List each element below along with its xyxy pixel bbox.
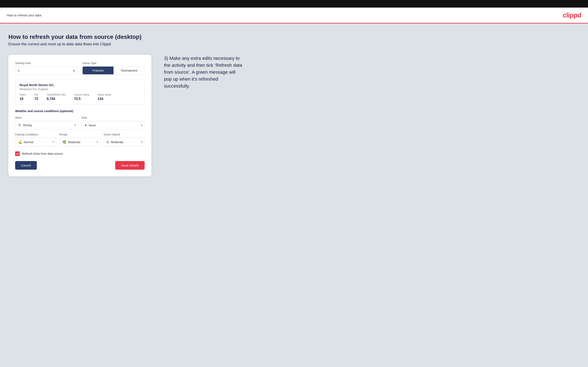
par-stat: Par 72 — [35, 93, 38, 101]
green-speed-dropdown[interactable]: ⊙ Moderate ▾ — [104, 138, 145, 146]
button-row: Cancel Save Details — [15, 161, 145, 170]
game-type-label: Game Type — [82, 61, 145, 65]
refresh-checkbox[interactable] — [15, 151, 20, 156]
wind-group: Wind 🌬 Strong ▾ — [15, 116, 78, 130]
conditions-grid-bottom: Fairway Conditions ⛳ Normal ▾ Rough 🌿 Mo… — [15, 133, 145, 146]
par-value: 72 — [35, 97, 38, 101]
instruction-text: 3) Make any extra edits necessary to the… — [164, 55, 244, 89]
yards-label: Yards/White (M)) — [47, 93, 66, 96]
wind-icon: 🌬 — [18, 123, 21, 127]
wind-dropdown[interactable]: 🌬 Strong ▾ — [15, 121, 78, 129]
fairway-icon: ⛳ — [18, 140, 22, 144]
green-speed-group: Green Speed ⊙ Moderate ▾ — [104, 133, 145, 146]
rough-label: Rough — [60, 133, 101, 136]
main-content: How to refresh your data from source (de… — [0, 24, 588, 367]
rain-label: Rain — [82, 116, 145, 119]
slope-rating-stat: Slope rating 134 — [97, 93, 111, 101]
holes-value: 18 — [19, 97, 26, 101]
wind-chevron: ▾ — [75, 124, 76, 127]
course-name: Royal North Devon GC, — [19, 83, 140, 87]
fairway-group: Fairway Conditions ⛳ Normal ▾ — [15, 133, 56, 146]
rain-chevron: ▾ — [141, 124, 142, 127]
starting-hole-wrapper: 1 ▾ — [15, 66, 77, 75]
green-speed-label: Green Speed — [104, 133, 145, 136]
page-subheading: Ensure the correct and most up to date d… — [9, 42, 579, 46]
holes-stat: Holes 18 — [19, 93, 26, 101]
green-speed-value: Moderate — [111, 141, 137, 144]
starting-hole-label: Starting Hole — [15, 61, 77, 65]
fairway-chevron: ▾ — [52, 141, 54, 144]
top-bar — [0, 0, 588, 8]
form-card: Starting Hole 1 ▾ Game Type Practice Tou… — [9, 55, 151, 176]
par-label: Par — [35, 93, 38, 96]
starting-hole-row: Starting Hole 1 ▾ Game Type Practice Tou… — [15, 61, 145, 75]
fairway-dropdown[interactable]: ⛳ Normal ▾ — [15, 138, 56, 146]
cancel-button[interactable]: Cancel — [15, 161, 37, 170]
course-rating-stat: Course rating 72.5 — [74, 93, 89, 101]
starting-hole-select[interactable]: 1 — [15, 66, 77, 75]
green-speed-icon: ⊙ — [106, 140, 109, 144]
conditions-title: Weather and course conditions (optional) — [15, 109, 145, 113]
rain-value: None — [89, 124, 137, 127]
wind-value: Strong — [23, 124, 70, 127]
instruction-paragraph: 3) Make any extra edits necessary to the… — [164, 55, 244, 89]
conditions-grid-top: Wind 🌬 Strong ▾ Rain ✦ None ▾ — [15, 116, 145, 130]
rough-chevron: ▾ — [97, 141, 98, 144]
practice-button[interactable]: Practice — [83, 67, 113, 74]
fairway-label: Fairway Conditions — [15, 133, 56, 136]
refresh-checkbox-row: Refresh shots from data source — [15, 151, 145, 156]
course-rating-label: Course rating — [74, 93, 89, 96]
header-title: How to refresh your data — [7, 13, 41, 17]
course-stats: Holes 18 Par 72 Yards/White (M)) 6,744 C… — [19, 93, 140, 101]
rough-icon: 🌿 — [62, 140, 66, 144]
course-info-box: Royal North Devon GC, Westward Hol, Engl… — [15, 80, 145, 104]
game-type-group: Game Type Practice Tournament — [82, 61, 145, 75]
course-location: Westward Hol, England — [19, 88, 140, 91]
refresh-label: Refresh shots from data source — [22, 152, 63, 155]
yards-value: 6,744 — [47, 97, 66, 101]
header: How to refresh your data clippd — [0, 8, 588, 24]
course-rating-value: 72.5 — [74, 97, 89, 101]
rain-icon: ✦ — [84, 123, 87, 127]
save-button[interactable]: Save Details — [115, 161, 145, 170]
holes-label: Holes — [19, 93, 26, 96]
content-area: Starting Hole 1 ▾ Game Type Practice Tou… — [9, 55, 579, 176]
yards-stat: Yards/White (M)) 6,744 — [47, 93, 66, 101]
rain-group: Rain ✦ None ▾ — [82, 116, 145, 130]
tournament-button[interactable]: Tournament — [113, 67, 144, 74]
rough-group: Rough 🌿 Moderate ▾ — [60, 133, 101, 146]
logo: clippd — [563, 11, 581, 19]
starting-hole-group: Starting Hole 1 ▾ — [15, 61, 77, 75]
slope-rating-label: Slope rating — [97, 93, 111, 96]
fairway-value: Normal — [24, 141, 48, 144]
rough-value: Moderate — [68, 141, 93, 144]
game-type-toggle: Practice Tournament — [82, 66, 145, 75]
rough-dropdown[interactable]: 🌿 Moderate ▾ — [60, 138, 101, 146]
green-speed-chevron: ▾ — [141, 141, 142, 144]
slope-rating-value: 134 — [97, 97, 111, 101]
checkmark-icon — [16, 152, 19, 155]
wind-label: Wind — [15, 116, 78, 119]
rain-dropdown[interactable]: ✦ None ▾ — [82, 121, 145, 130]
page-heading: How to refresh your data from source (de… — [9, 33, 579, 40]
